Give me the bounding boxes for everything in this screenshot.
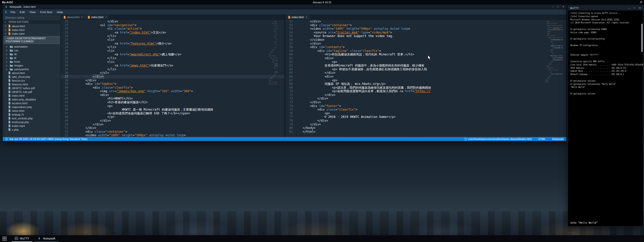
close-tab-icon[interactable]: ✕ [81, 16, 83, 18]
minimap[interactable]: </div> <div class="container"> <video wi… [543, 21, 563, 83]
folder-item[interactable]: ▸css [3, 48, 60, 52]
close-tab-icon[interactable]: ✕ [305, 16, 307, 18]
code-line: 65 </div> [285, 71, 566, 75]
code-line: 39 <div id="topbox"> [61, 82, 285, 86]
code-area[interactable]: 22 </div>23 <ul id="navigation">24 <li c… [61, 20, 285, 137]
open-editor-item[interactable]: ✕index.html [3, 32, 60, 36]
file-item[interactable]: testmysql.php [3, 120, 60, 124]
line-number: 37 [61, 75, 71, 79]
folder-item[interactable]: ▸dl [3, 56, 60, 60]
close-file-icon[interactable]: ✕ [4, 25, 7, 27]
system-menu-label[interactable]: My ArOZ [2, 1, 13, 4]
file-item[interactable]: news.html [3, 109, 60, 113]
code-editor[interactable]: 51 </div>52 <div class="container">53 <v… [285, 20, 566, 137]
close-button[interactable]: ✕ [639, 7, 641, 9]
code-area[interactable]: 51 </div>52 <div class="container">53 <v… [285, 20, 566, 137]
file-item[interactable]: index.html [3, 94, 60, 97]
menu-item-view[interactable]: View [27, 10, 38, 14]
folder-item[interactable]: ▸images [3, 63, 60, 67]
line-number: 61 [285, 56, 295, 60]
close-button[interactable]: ✕ [562, 6, 564, 8]
file-item[interactable]: HKWTC rule.pdf [3, 90, 60, 94]
file-item[interactable]: favicon.ico [3, 79, 60, 82]
minimap[interactable]: </div> <ul id="navigation"> <li class="a… [265, 21, 278, 85]
file-item[interactable]: features.html [3, 82, 60, 86]
file-item[interactable]: add_vhost.php [3, 75, 60, 79]
notepada-titlebar[interactable]: NotepadA - index.html – □ ✕ [3, 5, 566, 9]
code-editor[interactable]: 22 </div>23 <ul id="navigation">24 <li c… [61, 20, 285, 137]
minimize-button[interactable]: – [628, 7, 630, 9]
close-tab-icon[interactable]: ✕ [105, 16, 107, 18]
file-item[interactable]: test_sockets.php [3, 116, 60, 120]
window-controls: – □ ✕ [628, 7, 641, 9]
hamburger-menu-icon[interactable]: ≡ [640, 1, 642, 4]
open-editors-section-header[interactable]: ▾ OPEN EDITORS [3, 20, 60, 24]
editor-tab[interactable]: about.html✕ [61, 15, 85, 19]
folder-icon [10, 57, 13, 59]
file-icon [8, 117, 11, 120]
caret-right-icon: ▸ [6, 68, 9, 71]
line-number: 33 [61, 60, 71, 64]
terminal-body[interactable]: [info] Connecting to arozos WsTTY servic… [568, 11, 643, 226]
editor-tab[interactable]: index.html✕ [286, 15, 310, 19]
menu-item-edit[interactable]: Edit [18, 10, 27, 14]
current-directory-path[interactable]: ▾USER:/DESKTOP/SCREENSHOT /TEST/WWW CLEA… [4, 36, 59, 44]
code-line: 25 <a href="index.html">主頁</a> [61, 31, 285, 34]
menu-item-font-size[interactable]: Font Size [38, 10, 55, 14]
terminal-line [570, 34, 640, 38]
line-number: 75 [285, 108, 295, 112]
folder-item[interactable]: ▸yamlyamlml [3, 67, 60, 71]
terminal-line [570, 47, 640, 51]
html-file-icon [288, 16, 290, 19]
terminal-line: (c) 2019 Microsoft Corporation. All righ… [570, 21, 640, 25]
terminal-scrollbar-thumb[interactable] [641, 24, 642, 52]
folder-item[interactable]: ▸fonts [3, 60, 60, 63]
code-line: 80 </body> [285, 126, 566, 130]
file-item[interactable]: index.php_disabled [3, 97, 60, 101]
line-number: 25 [61, 31, 71, 34]
file-icon [8, 98, 11, 101]
code-line: 43 <h1>HKWTC</h1> [61, 97, 285, 100]
statusbar-time-group: Sat Jan 09 2021 16:29:49 GMT+0800 (Hong … [5, 137, 87, 141]
app-launcher-button[interactable] [0, 235, 9, 242]
maximize-button[interactable]: □ [557, 6, 559, 8]
open-editor-item[interactable]: ✕about.html [3, 24, 60, 28]
terminal-input[interactable]: echo "Hello World" [568, 220, 643, 226]
code-line: 34 <a href="news.html">玩家傳送門</a> [61, 64, 285, 67]
open-editor-item[interactable]: ✕index.html [3, 28, 60, 32]
code-line: 28 <a href="features.html">簡介</a> [61, 42, 285, 46]
folder-label: yamlyamlml [14, 68, 29, 71]
editor-tab[interactable]: index.html✕ [85, 15, 109, 19]
file-label: favicon.ico [12, 79, 25, 82]
close-file-icon[interactable]: ✕ [4, 29, 7, 31]
file-item[interactable]: x.php [3, 128, 60, 131]
file-label: index.php_disabled [12, 98, 36, 101]
minimize-button[interactable]: – [552, 6, 553, 8]
terminal-icon: >_ [15, 237, 18, 240]
folder-label: autostation [14, 45, 28, 48]
file-icon [8, 83, 11, 86]
folder-item[interactable]: ▸dc [3, 52, 60, 56]
maximize-button[interactable]: □ [634, 7, 635, 9]
code-line: 54 <source src="trailer.mp4" type="video… [285, 31, 566, 34]
file-icon [8, 90, 11, 93]
folder-item[interactable]: ▸autostation [3, 45, 60, 48]
terminal-line: Default Gateway . . . . . . . . . : 192.… [570, 73, 640, 76]
file-item[interactable]: location.html [3, 101, 60, 105]
menu-item-help[interactable]: Help [55, 10, 65, 14]
terminal-line: D:\golang\aroz online>echo "Hello World" [570, 83, 640, 86]
system-clock: January 9 16:31 [0, 1, 644, 4]
file-item[interactable]: mapredirect.php [3, 105, 60, 109]
wstty-titlebar[interactable]: WsTTY – □ ✕ [568, 6, 643, 11]
close-file-icon[interactable]: ✕ [4, 32, 7, 35]
file-item[interactable]: trailer.mp4 [3, 124, 60, 128]
taskbar-app-wstty[interactable]: >_WsTTY [12, 235, 32, 242]
code-line: 70 <p>如有問題或需要申請白名單，歡迎加入我們的 <a href="http… [285, 89, 566, 93]
menu-item-file[interactable]: File [8, 10, 18, 14]
file-item[interactable]: HKWTC notice.pdf [3, 86, 60, 90]
file-item[interactable]: about.html [3, 71, 60, 75]
file-item[interactable]: teabag.7z [3, 113, 60, 116]
file-label: add_vhost.php [12, 75, 30, 78]
taskbar-app-notepada[interactable]: NotepadA [35, 235, 58, 242]
line-number: 53 [285, 27, 295, 31]
